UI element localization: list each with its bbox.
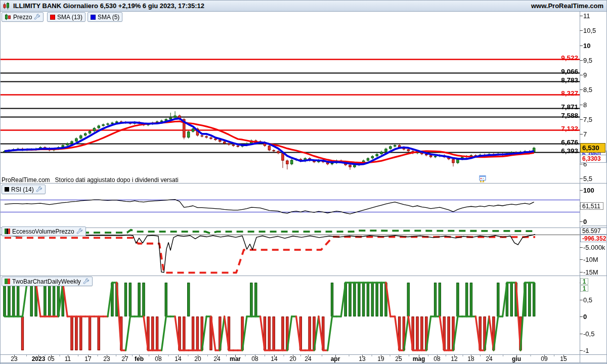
time-axis-area[interactable] (1, 354, 580, 362)
sma5-color-swatch (91, 15, 96, 20)
rsi-color-swatch (5, 187, 9, 192)
legend-chip-sma13[interactable]: SMA (13) (47, 12, 85, 22)
evp-red-value-tag: -996.352 (580, 235, 607, 242)
twobar-color-swatch (5, 279, 10, 284)
evp-color-swatch (5, 229, 10, 234)
evp-black-value-tag: 56.597 (580, 228, 607, 235)
evp-header-label: EccessoVolumePrezzo (12, 228, 74, 235)
wrench-icon[interactable] (34, 14, 40, 20)
data-adjustment-note: ProRealTime.comStorico dati aggiustato d… (2, 176, 184, 184)
price-axis-area[interactable] (580, 12, 607, 354)
footnote-text: Storico dati aggiustato dopo i dividendi… (55, 176, 179, 184)
legend-chip-prezzo[interactable]: Prezzo (2, 12, 44, 22)
wrench-icon[interactable] (36, 186, 42, 193)
prorealtime-window: ILLIMITY BANK Giornaliero 6,530 +2,19% 6… (0, 0, 607, 364)
prorealtime-url: www.ProRealTime.com (531, 2, 603, 10)
twobar-header-chip[interactable]: TwoBarChartDailyWeekly (2, 277, 93, 286)
legend-price-label: Prezzo (13, 14, 32, 21)
sma13-price-tag: 6,3303 (580, 155, 606, 163)
wrench-icon[interactable] (76, 228, 83, 235)
event-calendar-icon[interactable] (479, 175, 486, 183)
window-title: ILLIMITY BANK Giornaliero 6,530 +2,19% 6… (13, 2, 204, 10)
sma13-color-swatch (50, 15, 55, 20)
rsi-header-label: RSI (14) (11, 186, 34, 193)
twobar-header-label: TwoBarChartDailyWeekly (12, 278, 81, 285)
footnote-site: ProRealTime.com (2, 176, 50, 184)
rsi-header-chip[interactable]: RSI (14) (2, 185, 46, 194)
legend-sma5-label: SMA (5) (98, 14, 119, 21)
last-price-tag: 6,530 (580, 143, 605, 153)
price-candle-icon (5, 14, 11, 20)
legend-sma13-label: SMA (13) (57, 14, 82, 21)
instrument-candle-icon (3, 2, 10, 10)
legend-chip-sma5[interactable]: SMA (5) (88, 12, 122, 22)
wrench-icon[interactable] (83, 278, 90, 285)
rsi-value-tag: 61,511 (580, 202, 603, 210)
evp-header-chip[interactable]: EccessoVolumePrezzo (2, 226, 86, 236)
title-bar: ILLIMITY BANK Giornaliero 6,530 +2,19% 6… (1, 1, 607, 12)
